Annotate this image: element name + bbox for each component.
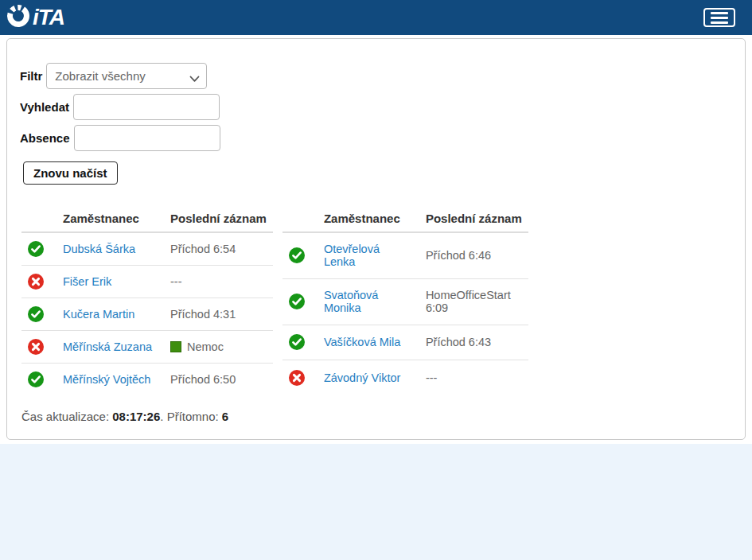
- employee-column-header: Zaměstnanec: [318, 205, 419, 232]
- search-input[interactable]: [73, 94, 220, 120]
- brand-logo[interactable]: iTA: [6, 4, 69, 31]
- hamburger-bar: [711, 17, 728, 19]
- filter-row: Filtr Zobrazit všechny: [20, 63, 738, 89]
- present-status-icon: [282, 232, 318, 278]
- table-header-row: Zaměstnanec Poslední záznam: [21, 205, 273, 232]
- employee-link[interactable]: Měřínská Zuzana: [63, 340, 152, 353]
- employee-row: Měřínská ZuzanaNemoc: [21, 331, 273, 364]
- filter-select-wrap: Zobrazit všechny: [46, 63, 207, 89]
- employee-link[interactable]: Fišer Erik: [63, 275, 111, 288]
- last-record-cell: ---: [164, 266, 273, 298]
- present-status-icon: [282, 325, 318, 360]
- segmented-ring-logo-icon: [6, 4, 30, 31]
- filter-select[interactable]: Zobrazit všechny: [46, 63, 207, 89]
- absent-status-icon: [282, 360, 318, 395]
- absent-status-icon: [21, 266, 56, 298]
- present-status-icon: [21, 364, 56, 396]
- present-label: Přítomno:: [167, 410, 222, 423]
- table-header-row: Zaměstnanec Poslední záznam: [282, 205, 528, 232]
- absence-row: Absence: [20, 125, 738, 151]
- last-record-cell: Nemoc: [164, 331, 273, 364]
- attendance-table-right: Zaměstnanec Poslední záznam Otevřelová L…: [282, 205, 528, 395]
- update-time-label: Čas aktualizace:: [21, 410, 112, 423]
- hamburger-bar: [711, 12, 728, 14]
- status-column-header: [21, 205, 56, 232]
- employee-column-header: Zaměstnanec: [56, 205, 164, 232]
- employee-link[interactable]: Otevřelová Lenka: [324, 243, 380, 268]
- employee-name-cell: Měřínský Vojtěch: [56, 364, 164, 396]
- employee-name-cell: Měřínská Zuzana: [56, 331, 164, 364]
- employee-link[interactable]: Vašíčková Mila: [324, 336, 400, 348]
- present-status-icon: [21, 232, 56, 266]
- attendance-panel: Filtr Zobrazit všechny Vyhledat Absence …: [6, 38, 746, 440]
- employee-row: Kučera MartinPříchod 4:31: [21, 298, 273, 331]
- top-navbar: iTA: [0, 0, 752, 35]
- employee-link[interactable]: Měřínský Vojtěch: [63, 373, 150, 386]
- last-record-cell: HomeOfficeStart 6:09: [419, 278, 528, 325]
- present-count-value: 6: [222, 410, 228, 423]
- last-record-cell: Příchod 6:54: [164, 232, 273, 266]
- present-status-icon: [282, 278, 318, 325]
- search-label: Vyhledat: [20, 100, 69, 114]
- page-footer-strip: [0, 444, 752, 560]
- last-record-cell: Příchod 6:46: [419, 232, 528, 278]
- employee-name-cell: Fišer Erik: [56, 266, 164, 298]
- sick-square-icon: [170, 341, 181, 352]
- employee-link[interactable]: Kučera Martin: [63, 308, 134, 321]
- absent-status-icon: [21, 331, 56, 364]
- last-record-column-header: Poslední záznam: [419, 205, 528, 232]
- last-record-cell: Příchod 4:31: [164, 298, 273, 331]
- employee-link[interactable]: Svatoňová Monika: [324, 289, 379, 314]
- attendance-tables: Zaměstnanec Poslední záznam Dubská Šárka…: [21, 205, 738, 395]
- search-row: Vyhledat: [20, 94, 738, 120]
- status-column-header: [282, 205, 318, 232]
- employee-name-cell: Dubská Šárka: [56, 232, 164, 266]
- hamburger-bar: [711, 21, 728, 24]
- last-record-column-header: Poslední záznam: [164, 205, 273, 232]
- update-time-value: 08:17:26: [112, 410, 160, 423]
- employee-name-cell: Otevřelová Lenka: [318, 232, 419, 278]
- absence-input[interactable]: [74, 125, 220, 151]
- last-record-cell: ---: [419, 360, 528, 395]
- employee-row: Závodný Viktor---: [282, 360, 528, 395]
- hamburger-menu-icon[interactable]: [703, 8, 735, 27]
- employee-row: Vašíčková MilaPříchod 6:43: [282, 325, 528, 360]
- reload-button[interactable]: Znovu načíst: [23, 161, 118, 185]
- employee-row: Svatoňová MonikaHomeOfficeStart 6:09: [282, 278, 528, 325]
- employee-link[interactable]: Závodný Viktor: [324, 371, 400, 384]
- last-record-cell: Příchod 6:43: [419, 325, 528, 360]
- employee-link[interactable]: Dubská Šárka: [63, 243, 135, 255]
- employee-name-cell: Svatoňová Monika: [318, 278, 419, 325]
- employee-row: Otevřelová LenkaPříchod 6:46: [282, 232, 528, 278]
- employee-row: Měřínský VojtěchPříchod 6:50: [21, 364, 273, 396]
- absence-label: Absence: [20, 131, 70, 145]
- status-separator: .: [160, 410, 166, 423]
- employee-row: Fišer Erik---: [21, 266, 273, 298]
- filter-label: Filtr: [20, 69, 42, 83]
- attendance-table-left: Zaměstnanec Poslední záznam Dubská Šárka…: [21, 205, 273, 395]
- employee-name-cell: Vašíčková Mila: [318, 325, 419, 360]
- employee-row: Dubská ŠárkaPříchod 6:54: [21, 232, 273, 266]
- present-status-icon: [21, 298, 56, 331]
- brand-title: iTA: [33, 6, 69, 29]
- last-record-cell: Příchod 6:50: [164, 364, 273, 396]
- employee-name-cell: Závodný Viktor: [318, 360, 419, 395]
- status-line: Čas aktualizace: 08:17:26. Přítomno: 6: [21, 410, 738, 423]
- employee-name-cell: Kučera Martin: [56, 298, 164, 331]
